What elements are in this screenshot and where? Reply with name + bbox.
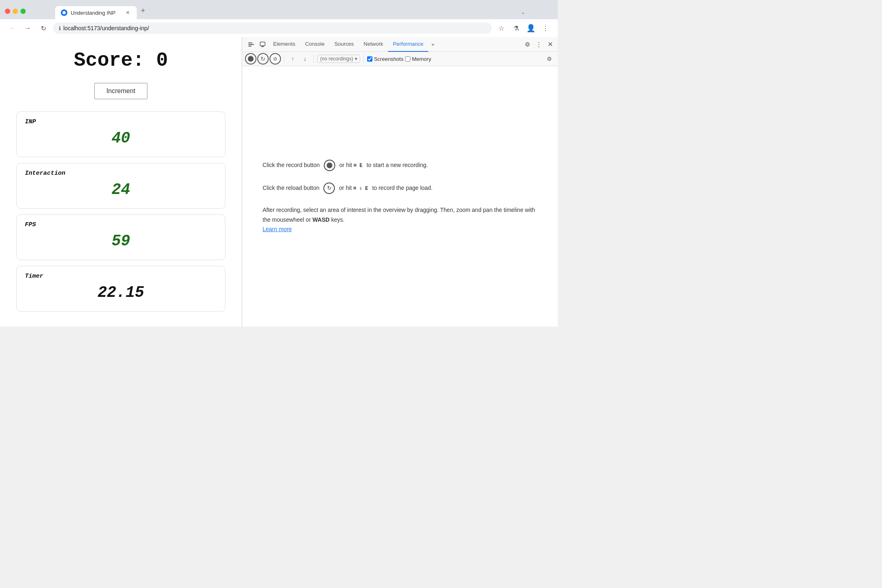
window-controls bbox=[5, 9, 26, 14]
record-dot-icon bbox=[327, 163, 332, 168]
devtools-device-icon[interactable] bbox=[257, 37, 268, 52]
devtools-settings-button[interactable]: ⚙ bbox=[523, 40, 532, 49]
svg-rect-5 bbox=[261, 46, 264, 47]
tab-performance[interactable]: Performance bbox=[388, 37, 428, 52]
record-button-icon bbox=[324, 160, 335, 171]
clear-button[interactable]: ⊘ bbox=[270, 53, 281, 64]
svg-rect-3 bbox=[248, 46, 252, 47]
webpage: Score: 0 Increment INP 40 Interaction 24… bbox=[0, 37, 242, 327]
back-icon: ← bbox=[9, 24, 16, 32]
instruction2-shortcut: or hit ⌘ ⇧ E bbox=[339, 184, 368, 192]
svg-point-0 bbox=[62, 11, 66, 14]
profile-button[interactable]: 👤 bbox=[525, 22, 537, 34]
screenshots-label: Screenshots bbox=[374, 56, 403, 62]
reload-symbol: ↻ bbox=[261, 56, 265, 62]
screenshots-checkbox[interactable] bbox=[367, 56, 372, 62]
recordings-text: (no recordings) bbox=[320, 56, 353, 62]
window-maximize-button[interactable] bbox=[20, 9, 26, 14]
instruction2-before: Click the reload button bbox=[263, 184, 319, 192]
instruction-reload: Click the reload button ↻ or hit ⌘ ⇧ E t… bbox=[263, 183, 537, 194]
wasd-text: WASD bbox=[312, 216, 330, 223]
url-text: localhost:5173/understanding-inp/ bbox=[63, 25, 486, 31]
download-button[interactable]: ↓ bbox=[300, 53, 310, 64]
tab-console[interactable]: Console bbox=[300, 37, 330, 52]
record-dot bbox=[248, 56, 254, 62]
more-options-icon: ⋮ bbox=[536, 41, 542, 48]
tab-elements[interactable]: Elements bbox=[268, 37, 300, 52]
screenshots-checkbox-label[interactable]: Screenshots bbox=[367, 56, 403, 62]
toolbar-divider-3 bbox=[363, 55, 364, 63]
reload-button[interactable]: ↻ bbox=[38, 22, 49, 34]
description-suffix: keys. bbox=[331, 216, 345, 223]
forward-button[interactable]: → bbox=[22, 22, 33, 34]
learn-more-link[interactable]: Learn more bbox=[263, 226, 292, 232]
reload-record-button[interactable]: ↻ bbox=[258, 53, 268, 64]
close-icon: ✕ bbox=[548, 41, 553, 48]
metric-value-timer: 22.15 bbox=[25, 284, 217, 301]
reload-symbol-icon: ↻ bbox=[327, 185, 332, 191]
tab-dropdown-button[interactable]: ⌄ bbox=[518, 6, 528, 18]
window-minimize-button[interactable] bbox=[13, 9, 18, 14]
tab-close-button[interactable]: ✕ bbox=[125, 9, 131, 16]
metric-card-inp: INP 40 bbox=[16, 111, 225, 157]
shortcut-cmd-e: ⌘ E bbox=[354, 163, 363, 169]
settings-icon: ⚙ bbox=[525, 41, 530, 48]
tab-bar: Understanding INP ✕ + ⌄ bbox=[31, 3, 553, 19]
devtools-elements-icon[interactable] bbox=[245, 37, 257, 52]
reload-record-icon: ↻ bbox=[257, 53, 269, 65]
memory-checkbox[interactable] bbox=[405, 56, 410, 62]
address-bar: ← → ↻ ℹ localhost:5173/understanding-inp… bbox=[0, 19, 558, 37]
metric-label-fps: FPS bbox=[25, 221, 217, 228]
metric-card-fps: FPS 59 bbox=[16, 214, 225, 260]
recordings-dropdown[interactable]: (no recordings) ▾ bbox=[317, 55, 360, 63]
toolbar-settings-icon: ⚙ bbox=[547, 56, 552, 62]
upload-button[interactable]: ↑ bbox=[287, 53, 298, 64]
metric-card-timer: Timer 22.15 bbox=[16, 266, 225, 312]
clear-icon: ⊘ bbox=[270, 53, 281, 65]
instruction1-suffix: to start a new recording. bbox=[367, 161, 428, 169]
metric-card-interaction: Interaction 24 bbox=[16, 163, 225, 209]
metric-value-fps: 59 bbox=[25, 232, 217, 250]
score-heading: Score: 0 bbox=[16, 49, 225, 71]
experiment-icon: ⚗ bbox=[513, 24, 519, 32]
new-tab-button[interactable]: + bbox=[138, 3, 149, 18]
toolbar-divider-1 bbox=[284, 55, 284, 63]
tab-sources[interactable]: Sources bbox=[330, 37, 359, 52]
record-icon bbox=[245, 53, 256, 65]
active-tab[interactable]: Understanding INP ✕ bbox=[55, 6, 137, 19]
memory-label: Memory bbox=[412, 56, 431, 62]
toolbar-divider-2 bbox=[314, 55, 314, 63]
reload-button-icon: ↻ bbox=[323, 183, 335, 194]
menu-button[interactable]: ⋮ bbox=[540, 22, 551, 34]
reload-icon: ↻ bbox=[41, 24, 46, 32]
metric-label-interaction: Interaction bbox=[25, 170, 217, 177]
increment-button[interactable]: Increment bbox=[94, 83, 147, 99]
devtools-close-button[interactable]: ✕ bbox=[546, 40, 555, 49]
experiment-button[interactable]: ⚗ bbox=[510, 22, 522, 34]
svg-rect-4 bbox=[260, 42, 265, 46]
back-button[interactable]: ← bbox=[7, 22, 18, 34]
tab-title: Understanding INP bbox=[71, 10, 121, 16]
recordings-dropdown-arrow: ▾ bbox=[355, 56, 357, 62]
title-bar: Understanding INP ✕ + ⌄ bbox=[0, 0, 558, 19]
window-close-button[interactable] bbox=[5, 9, 10, 14]
toolbar-actions: ☆ ⚗ 👤 ⋮ bbox=[496, 22, 551, 34]
description-text: After recording, select an area of inter… bbox=[263, 207, 535, 223]
tab-network[interactable]: Network bbox=[359, 37, 388, 52]
tab-more-button[interactable]: » bbox=[428, 37, 438, 52]
menu-icon: ⋮ bbox=[542, 24, 549, 32]
description-block: After recording, select an area of inter… bbox=[263, 205, 537, 234]
devtools-gear-row: ⚙ ⋮ ✕ bbox=[523, 40, 555, 49]
record-button[interactable] bbox=[245, 53, 256, 64]
devtools-more-options-button[interactable]: ⋮ bbox=[534, 40, 543, 49]
metric-value-interaction: 24 bbox=[25, 181, 217, 198]
main-area: Score: 0 Increment INP 40 Interaction 24… bbox=[0, 37, 558, 327]
memory-checkbox-label[interactable]: Memory bbox=[405, 56, 431, 62]
toolbar-settings-button[interactable]: ⚙ bbox=[544, 53, 555, 64]
bookmark-button[interactable]: ☆ bbox=[496, 22, 507, 34]
profile-icon: 👤 bbox=[526, 24, 535, 33]
secure-icon: ℹ bbox=[59, 25, 61, 31]
url-bar[interactable]: ℹ localhost:5173/understanding-inp/ bbox=[53, 22, 492, 34]
metric-label-inp: INP bbox=[25, 118, 217, 125]
upload-icon: ↑ bbox=[292, 56, 294, 62]
